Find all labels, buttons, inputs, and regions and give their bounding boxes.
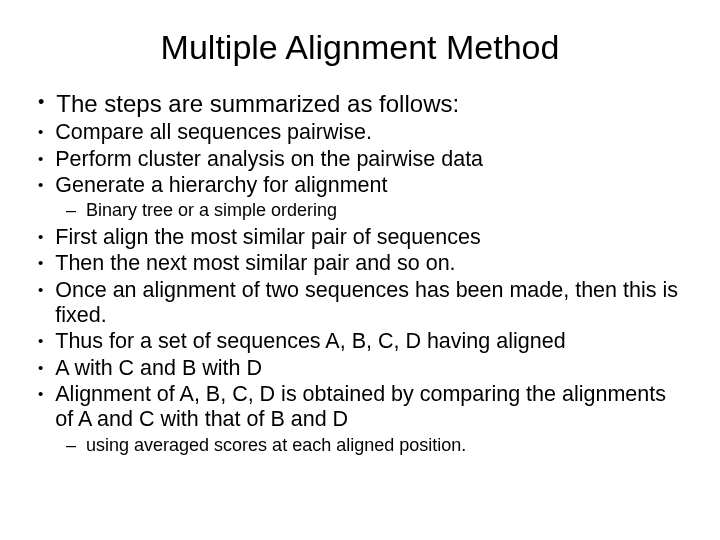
bullet-icon: • <box>38 173 55 197</box>
bullet-level-3: – Binary tree or a simple ordering <box>32 199 688 222</box>
subpoint-text: Binary tree or a simple ordering <box>86 199 688 222</box>
list-item: • First align the most similar pair of s… <box>38 225 688 250</box>
list-item: • Generate a hierarchy for alignment <box>38 173 688 198</box>
list-item: • Once an alignment of two sequences has… <box>38 278 688 329</box>
bullet-level-2: • Compare all sequences pairwise. • Perf… <box>32 120 688 198</box>
intro-text: The steps are summarized as follows: <box>56 89 688 118</box>
bullet-icon: • <box>38 225 55 249</box>
step-text: Alignment of A, B, C, D is obtained by c… <box>55 382 688 433</box>
step-text: Generate a hierarchy for alignment <box>55 173 688 198</box>
step-text: Once an alignment of two sequences has b… <box>55 278 688 329</box>
bullet-icon: • <box>38 147 55 171</box>
step-text: Thus for a set of sequences A, B, C, D h… <box>55 329 688 354</box>
slide: Multiple Alignment Method • The steps ar… <box>0 0 720 540</box>
list-item: • Then the next most similar pair and so… <box>38 251 688 276</box>
bullet-level-1: • The steps are summarized as follows: <box>32 89 688 118</box>
bullet-level-3: – using averaged scores at each aligned … <box>32 434 688 457</box>
list-item: • Thus for a set of sequences A, B, C, D… <box>38 329 688 354</box>
step-text: A with C and B with D <box>55 356 688 381</box>
list-item: • The steps are summarized as follows: <box>38 89 688 118</box>
list-item: • Compare all sequences pairwise. <box>38 120 688 145</box>
list-item: – using averaged scores at each aligned … <box>66 434 688 457</box>
step-text: Perform cluster analysis on the pairwise… <box>55 147 688 172</box>
step-text: First align the most similar pair of seq… <box>55 225 688 250</box>
bullet-icon: • <box>38 120 55 144</box>
list-item: – Binary tree or a simple ordering <box>66 199 688 222</box>
bullet-icon: • <box>38 251 55 275</box>
bullet-icon: • <box>38 329 55 353</box>
bullet-level-2: • First align the most similar pair of s… <box>32 225 688 433</box>
slide-title: Multiple Alignment Method <box>32 28 688 67</box>
list-item: • A with C and B with D <box>38 356 688 381</box>
list-item: • Perform cluster analysis on the pairwi… <box>38 147 688 172</box>
dash-icon: – <box>66 199 86 222</box>
bullet-icon: • <box>38 356 55 380</box>
dash-icon: – <box>66 434 86 457</box>
bullet-icon: • <box>38 89 56 117</box>
step-text: Then the next most similar pair and so o… <box>55 251 688 276</box>
bullet-icon: • <box>38 278 55 302</box>
step-text: Compare all sequences pairwise. <box>55 120 688 145</box>
list-item: • Alignment of A, B, C, D is obtained by… <box>38 382 688 433</box>
subpoint-text: using averaged scores at each aligned po… <box>86 434 688 457</box>
bullet-icon: • <box>38 382 55 406</box>
